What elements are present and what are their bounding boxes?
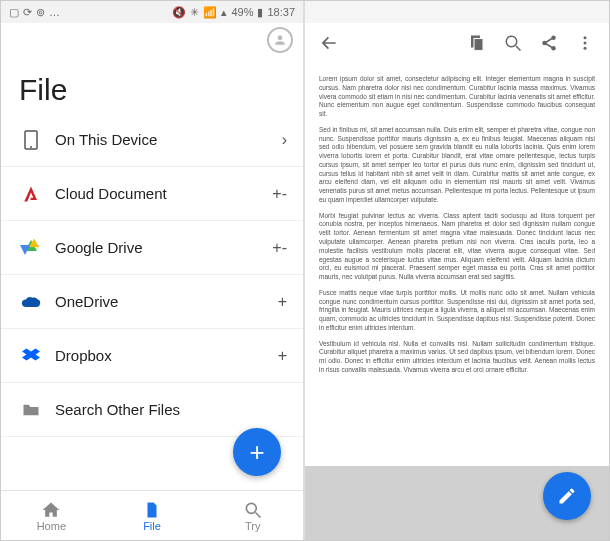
person-icon [273, 33, 287, 47]
onedrive-icon [17, 295, 45, 309]
back-button[interactable] [311, 33, 347, 53]
folder-icon [17, 403, 45, 417]
share-button[interactable] [531, 34, 567, 52]
svg-line-3 [255, 512, 260, 517]
clock-text: 18:37 [267, 6, 295, 18]
svg-line-11 [546, 39, 552, 43]
page-title: File [1, 57, 303, 113]
doc-paragraph: Lorem ipsum dolor sit amet, consectetur … [319, 75, 595, 119]
bottom-nav-file[interactable]: File [102, 491, 203, 540]
svg-point-15 [584, 47, 587, 50]
bottom-nav-label: Home [37, 520, 66, 532]
row-onedrive[interactable]: OneDrive + [1, 275, 303, 329]
pages-icon [468, 34, 486, 52]
pages-button[interactable] [459, 34, 495, 52]
edit-fab[interactable] [543, 472, 591, 520]
search-icon [504, 34, 522, 52]
left-topbar [1, 23, 303, 57]
svg-point-13 [584, 36, 587, 39]
battery-text: 49% [231, 6, 253, 18]
row-label: Cloud Document [45, 185, 263, 202]
svg-line-12 [546, 44, 552, 48]
row-label: OneDrive [45, 293, 263, 310]
adobe-icon [17, 185, 45, 203]
mute-icon: 🔇 [172, 6, 186, 19]
signal-icon: ▴ [221, 6, 227, 19]
row-action: +- [263, 239, 287, 257]
row-action: +- [263, 185, 287, 203]
more-status-icon: … [49, 6, 60, 18]
row-label: On This Device [45, 131, 263, 148]
plus-icon: + [249, 437, 264, 468]
status-bar-left: ▢ ⟳ ⊚ … 🔇 ✳ 📶 ▴ 49% ▮ 18:37 [1, 1, 303, 23]
chevron-right-icon: › [263, 131, 287, 149]
google-drive-icon [17, 240, 45, 256]
search-button[interactable] [495, 34, 531, 52]
arrow-left-icon [319, 33, 339, 53]
vibrate-icon: ✳ [190, 6, 199, 19]
sync-icon: ⟳ [23, 6, 32, 19]
svg-point-1 [30, 146, 32, 148]
doc-paragraph: Vestibulum id vehicula nisl. Nulla et co… [319, 340, 595, 375]
row-google-drive[interactable]: Google Drive +- [1, 221, 303, 275]
gallery-icon: ▢ [9, 6, 19, 19]
svg-point-6 [506, 36, 517, 47]
doc-paragraph: Fusce mattis neque vitae turpis porttito… [319, 289, 595, 333]
svg-point-14 [584, 42, 587, 45]
bottom-nav-try[interactable]: Try [202, 491, 303, 540]
row-action: + [263, 293, 287, 311]
row-label: Search Other Files [45, 401, 263, 418]
row-action: + [263, 347, 287, 365]
status-bar-right [305, 1, 609, 23]
more-vert-icon [576, 34, 594, 52]
doc-paragraph: Morbi feugiat pulvinar lectus ac viverra… [319, 212, 595, 282]
home-icon [41, 500, 61, 520]
svg-line-7 [516, 46, 521, 51]
document-page[interactable]: Lorem ipsum dolor sit amet, consectetur … [305, 63, 609, 466]
row-label: Google Drive [45, 239, 263, 256]
svg-point-2 [246, 503, 256, 513]
right-toolbar [305, 23, 609, 63]
row-cloud-document[interactable]: Cloud Document +- [1, 167, 303, 221]
search-icon [243, 500, 263, 520]
bottom-nav: Home File Try [1, 490, 303, 540]
bottom-nav-label: Try [245, 520, 260, 532]
device-icon [17, 130, 45, 150]
bottom-nav-label: File [143, 520, 161, 532]
row-on-this-device[interactable]: On This Device › [1, 113, 303, 167]
row-dropbox[interactable]: Dropbox + [1, 329, 303, 383]
wifi-small-icon: ⊚ [36, 6, 45, 19]
file-icon [143, 500, 161, 520]
add-fab[interactable]: + [233, 428, 281, 476]
overflow-button[interactable] [567, 34, 603, 52]
row-label: Dropbox [45, 347, 263, 364]
battery-icon: ▮ [257, 6, 263, 19]
doc-paragraph: Sed in finibus mi, sit amet accumsan nul… [319, 126, 595, 205]
pencil-icon [557, 486, 577, 506]
wifi-icon: 📶 [203, 6, 217, 19]
bottom-nav-home[interactable]: Home [1, 491, 102, 540]
avatar-button[interactable] [267, 27, 293, 53]
svg-rect-5 [474, 39, 483, 51]
dropbox-icon [17, 348, 45, 364]
share-icon [540, 34, 558, 52]
